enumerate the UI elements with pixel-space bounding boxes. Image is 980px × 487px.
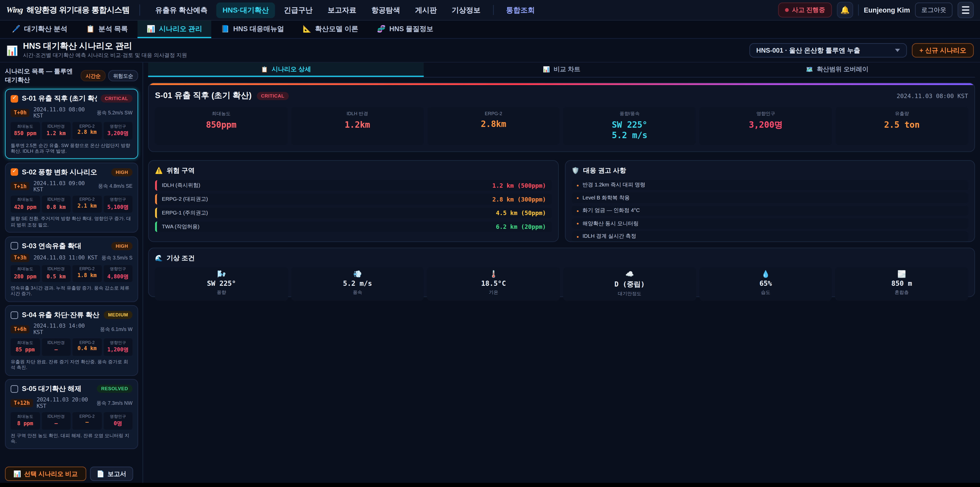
logo-mark: Wing [6,5,23,15]
scenario-card[interactable]: S-01 유출 직후 (초기 확산)CRITICALT+0h2024.11.03… [5,89,138,159]
app-viewport: Wing 해양환경 위기대응 통합시스템 유출유 확산예측HNS·대기확산긴급구… [0,0,980,487]
risk-zone-label: ERPG-2 (대피권고) [162,195,492,203]
nav-item[interactable]: 유출유 확산예측 [149,2,214,18]
stat-label: IDLH반경 [42,197,70,203]
scenario-card[interactable]: S-02 풍향 변화 시나리오HIGHT+1h2024.11.03 09:00 … [5,163,138,233]
time-offset-badge: T+3h [11,254,30,262]
recommendation-row: 해양확산 동시 모니터링 [572,218,968,228]
nav-item[interactable]: 긴급구난 [278,2,319,18]
detail-tab[interactable]: 📊비교 차트 [424,62,699,77]
recommendation-text: Level B 화학복 착용 [583,194,630,201]
detail-tab[interactable]: 📋시나리오 상세 [148,62,424,77]
weather-icon: 🌬️ [156,270,286,278]
scenario-stat: 최대농도280 ppm [11,265,40,282]
scenario-card[interactable]: S-05 대기확산 해제RESOLVEDT+12h2024.11.03 20:0… [5,379,138,449]
scenario-stat: 영향인구5,100명 [103,196,132,213]
scenario-checkbox[interactable] [11,242,18,249]
subnav-tab[interactable]: 🖊️대기확산 분석 [3,21,77,38]
scenario-datetime: 2024.11.03 20:00 KST [37,397,92,409]
scenario-checkbox[interactable] [11,95,18,102]
subnav-tab-icon: 🧬 [377,25,386,33]
scenario-title: S-05 대기확산 해제 [22,384,93,394]
weather-panel: 🌊 기상 조건 🌬️SW 225°풍향💨5.2 m/s풍속🌡️18.5°C기온☁… [148,247,975,297]
scenario-detail-panel: S-01 유출 직후 (초기 확산) CRITICAL 2024.11.03 0… [148,83,975,152]
scenario-stat: 최대농도85 ppm [11,339,40,356]
scenario-card[interactable]: S-03 연속유출 확대HIGHT+3h2024.11.03 11:00 KST… [5,236,138,302]
logout-button[interactable]: 로그아웃 [915,3,953,18]
incident-select[interactable]: HNS-001 · 울산 온산항 톨루엔 누출 [749,43,907,57]
detail-tab[interactable]: 🗺️확산범위 오버레이 [699,62,975,77]
subnav-tab-icon: 📊 [147,25,156,33]
detail-stat-value: SW 225°5.2 m/s [565,120,695,141]
scenario-checkbox[interactable] [11,168,18,176]
risk-zone-label: ERPG-1 (주의권고) [162,209,496,217]
stat-label: 영향인구 [104,124,132,129]
new-scenario-button[interactable]: + 신규 시나리오 [912,43,974,57]
stat-label: 최대농도 [11,267,39,272]
subnav-tab-label: 대기확산 분석 [24,24,67,34]
scenario-stat: ERPG-2– [73,412,102,429]
scenario-stat: 영향인구3,200명 [103,122,132,139]
scenario-title: S-01 유출 직후 (초기 확산) [22,94,97,103]
weather-card: 🌫️850 m혼합층 [835,267,968,300]
subnav-tab[interactable]: 📘HNS 대응매뉴얼 [212,21,293,38]
scenario-list-title: 시나리오 목록 — 톨루엔 대기확산 [5,67,78,85]
sort-by-risk-button[interactable]: 위험도순 [108,70,138,81]
recommendations-panel: 🛡️ 대응 권고 사항 반경 1.2km 즉시 대피 명령Level B 화학복… [565,160,975,242]
scenario-stats: 최대농도280 ppmIDLH반경0.5 kmERPG-21.8 km영향인구4… [11,265,133,282]
nav-item[interactable]: 게시판 [409,2,443,18]
recommendation-row: 반경 1.2km 즉시 대피 명령 [572,180,968,190]
scenario-stat: IDLH반경– [41,412,71,429]
main-panel: 📋시나리오 상세📊비교 차트🗺️확산범위 오버레이 S-01 유출 직후 (초기… [143,62,980,484]
nav-item[interactable]: 기상정보 [445,2,487,18]
stat-label: 최대농도 [11,340,39,346]
nav-item[interactable]: HNS·대기확산 [216,2,275,18]
page-subtitle: 시간·조건별 대기확산 예측 시나리오 비교·검토 및 대응 의사결정 지원 [23,52,187,59]
menu-button[interactable] [958,2,974,18]
subnav-tab[interactable]: 🧬HNS 물질정보 [368,21,443,38]
stat-label: 영향인구 [104,267,132,272]
severity-badge: CRITICAL [100,94,132,103]
footer-strip [0,483,980,487]
document-icon: 📄 [97,470,104,477]
divider [858,4,859,16]
report-button[interactable]: 📄 보고서 [89,466,133,481]
subnav-tab[interactable]: 📊시나리오 관리 [137,21,212,38]
detail-stat-value: 3,200명 [701,120,831,130]
sort-by-time-button[interactable]: 시간순 [81,70,106,81]
scenario-list: S-01 유출 직후 (초기 확산)CRITICALT+0h2024.11.03… [5,89,138,453]
stat-value: 2.1 km [73,203,101,209]
detail-tabs: 📋시나리오 상세📊비교 차트🗺️확산범위 오버레이 [148,62,975,78]
risk-zone-value: 1.2 km (500ppm) [492,182,546,189]
stat-value: – [42,420,70,426]
weather-label: 대기안정도 [564,291,695,297]
scenario-card[interactable]: S-04 유출 차단·잔류 확산MEDIUMT+6h2024.11.03 14:… [5,305,138,376]
severity-badge: MEDIUM [103,311,132,319]
chevron-down-icon [895,49,900,52]
scenario-wind: 풍속 4.8m/s SE [98,183,132,190]
detail-stat: 영향인구3,200명 [700,107,832,145]
notifications-button[interactable]: 🔔 [837,2,853,18]
risk-zone-row: TWA (작업허용)6.2 km (20ppm) [155,221,552,232]
compare-scenarios-button[interactable]: 📊 선택 시나리오 비교 [5,466,86,481]
nav-item[interactable]: 보고자료 [321,2,363,18]
stat-value: 2.8 km [73,129,101,135]
weather-card: 🌡️18.5°C기온 [427,267,560,300]
detail-stat-label: ERPG-2 [428,110,558,116]
detail-stat: 최대농도850ppm [155,107,287,145]
weather-icon: 💧 [700,270,831,278]
nav-item[interactable]: 항공탐색 [365,2,407,18]
subnav-tab[interactable]: 📐확산모델 이론 [293,21,368,38]
scenario-wind: 풍속 6.1m/s W [100,326,132,332]
stat-value: 5,100명 [104,204,132,211]
user-name: Eunjeong Kim [864,6,910,14]
scenario-checkbox[interactable] [11,385,18,392]
scenario-stat: IDLH반경– [41,339,71,356]
risk-zone-row: ERPG-1 (주의권고)4.5 km (50ppm) [155,208,552,218]
nav-item[interactable]: 통합조회 [500,2,541,18]
scenario-checkbox[interactable] [11,311,18,319]
brand-logo[interactable]: Wing 해양환경 위기대응 통합시스템 [6,5,129,15]
subnav-tab[interactable]: 📋분석 목록 [77,21,137,38]
weather-value: 18.5°C [428,279,558,287]
scenario-wind: 풍속 5.2m/s SW [97,109,132,116]
